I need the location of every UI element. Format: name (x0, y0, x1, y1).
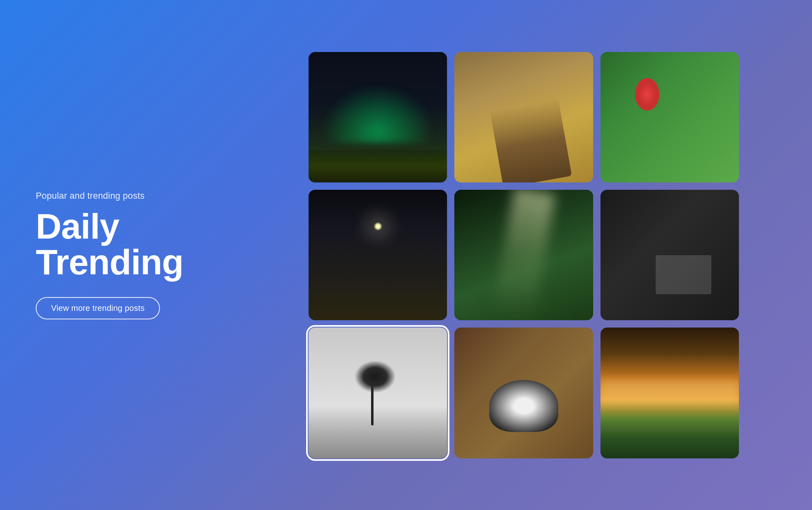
right-panel (252, 28, 812, 483)
left-panel: Popular and trending posts Daily Trendin… (0, 191, 252, 319)
photo-forest-rays (454, 190, 593, 320)
grid-item-9[interactable] (600, 328, 739, 458)
grid-item-3[interactable] (600, 52, 739, 182)
trending-grid (309, 52, 739, 458)
grid-item-8[interactable] (454, 328, 593, 458)
grid-item-4[interactable] (309, 190, 447, 320)
photo-lone-tree (309, 328, 447, 458)
grid-item-2[interactable] (454, 52, 593, 182)
view-more-button[interactable]: View more trending posts (36, 297, 160, 319)
photo-northern-lights (309, 52, 447, 182)
subtitle: Popular and trending posts (36, 191, 216, 201)
photo-empty-chairs (600, 190, 739, 320)
main-title: Daily Trending (36, 208, 216, 280)
photo-pier-night (309, 190, 447, 320)
photo-bird (454, 52, 593, 182)
grid-item-6[interactable] (600, 190, 739, 320)
grid-item-7[interactable] (309, 328, 447, 458)
grid-item-5[interactable] (454, 190, 593, 320)
photo-butterfly (600, 52, 739, 182)
photo-cat (454, 328, 593, 458)
grid-item-1[interactable] (309, 52, 447, 182)
photo-foggy-sunrise (600, 328, 739, 458)
page-wrapper: Popular and trending posts Daily Trendin… (0, 0, 812, 510)
